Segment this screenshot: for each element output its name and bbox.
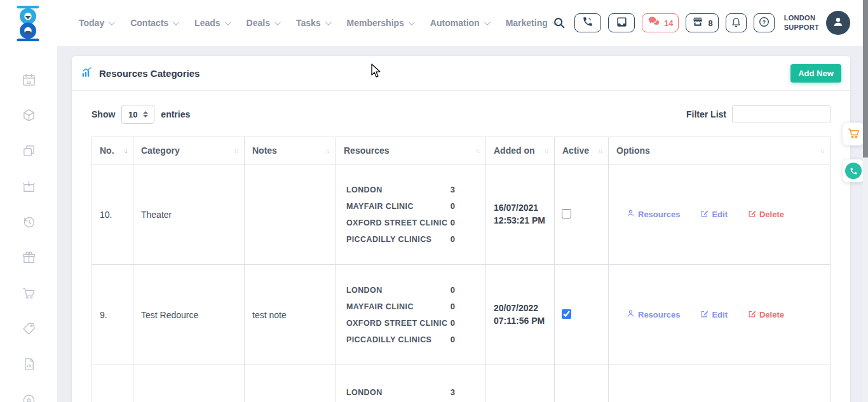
col-header-no[interactable]: No.↑↓ bbox=[92, 137, 133, 164]
floating-phone-button[interactable] bbox=[843, 159, 864, 182]
col-label: No. bbox=[100, 145, 114, 156]
filter-input[interactable] bbox=[732, 105, 831, 123]
cell-options: Resources Edit Delete bbox=[609, 164, 831, 265]
entries-label: entries bbox=[161, 109, 190, 119]
store-button[interactable]: 8 bbox=[686, 13, 718, 32]
nav-item-tasks[interactable]: Tasks bbox=[296, 18, 330, 28]
store-count-badge: 8 bbox=[708, 18, 712, 28]
resources-link[interactable]: Resources bbox=[627, 309, 680, 320]
table-header-row: No.↑↓ Category↑↓ Notes↑↓ Resources↑↓ Add… bbox=[92, 137, 831, 164]
box-receive-icon[interactable] bbox=[22, 179, 36, 194]
delete-icon bbox=[748, 310, 756, 320]
phone-teal-icon bbox=[845, 163, 862, 179]
support-label: LONDON SUPPORT bbox=[784, 13, 819, 32]
delete-link[interactable]: Delete bbox=[748, 310, 784, 320]
sort-icon: ↑↓ bbox=[475, 147, 479, 154]
resources-categories-card: Resources Categories Add New Show 10 ent… bbox=[72, 56, 850, 402]
page-title-text: Resources Categories bbox=[99, 68, 200, 79]
col-label: Category bbox=[141, 145, 180, 156]
history-icon[interactable] bbox=[22, 215, 36, 229]
nav-label: Memberships bbox=[347, 18, 404, 28]
resource-line: LONDON0 bbox=[346, 285, 455, 295]
nav-item-contacts[interactable]: Contacts bbox=[130, 18, 177, 28]
hourglass-logo-icon bbox=[14, 32, 42, 43]
notifications-button[interactable] bbox=[726, 13, 747, 32]
chevron-down-icon bbox=[325, 19, 332, 25]
chevron-down-icon bbox=[484, 19, 491, 25]
page-title: Resources Categories bbox=[81, 67, 200, 80]
filter-label: Filter List bbox=[686, 109, 726, 119]
delete-icon bbox=[748, 210, 756, 220]
card-header: Resources Categories Add New bbox=[72, 56, 850, 91]
nav-label: Marketing bbox=[506, 18, 548, 28]
col-header-notes[interactable]: Notes↑↓ bbox=[245, 137, 336, 164]
app-logo[interactable] bbox=[14, 6, 42, 41]
vertical-scrollbar[interactable] bbox=[863, 0, 868, 402]
col-label: Options bbox=[616, 145, 650, 156]
cart-orange-icon bbox=[847, 126, 860, 142]
price-tag-icon[interactable] bbox=[22, 321, 36, 336]
col-header-options[interactable]: Options↑↓ bbox=[609, 137, 831, 164]
resource-line: OXFORD STREET CLINIC0 bbox=[346, 218, 455, 227]
scrollbar-thumb[interactable] bbox=[863, 0, 868, 157]
col-label: Resources bbox=[344, 145, 390, 156]
cell-active bbox=[555, 365, 609, 402]
copy-icon[interactable] bbox=[22, 144, 36, 158]
page-size-select[interactable]: 10 bbox=[121, 105, 154, 124]
cell-added-on bbox=[486, 365, 555, 402]
sort-icon: ↑↓ bbox=[234, 147, 238, 154]
resources-link[interactable]: Resources bbox=[627, 209, 680, 220]
cell-options: Resources Edit Delete bbox=[609, 265, 831, 365]
nav-item-marketing[interactable]: Marketing bbox=[506, 18, 557, 28]
circle-partial-icon[interactable] bbox=[22, 392, 36, 402]
search-icon[interactable] bbox=[553, 17, 566, 29]
col-header-resources[interactable]: Resources↑↓ bbox=[336, 137, 486, 164]
svg-text:?: ? bbox=[763, 18, 766, 25]
question-icon: ? bbox=[758, 16, 770, 30]
svg-text:12: 12 bbox=[26, 80, 31, 84]
edit-link[interactable]: Edit bbox=[700, 210, 728, 220]
sort-icon: ↑↓ bbox=[544, 147, 548, 154]
show-label: Show bbox=[92, 109, 115, 119]
nav-item-today[interactable]: Today bbox=[79, 18, 113, 28]
nav-item-memberships[interactable]: Memberships bbox=[347, 18, 413, 28]
resources-categories-table: No.↑↓ Category↑↓ Notes↑↓ Resources↑↓ Add… bbox=[92, 137, 831, 402]
report-document-icon[interactable] bbox=[22, 357, 36, 372]
package-icon[interactable] bbox=[22, 108, 36, 123]
col-label: Active bbox=[562, 145, 589, 156]
chat-button[interactable]: 14 bbox=[642, 13, 679, 32]
edit-link[interactable]: Edit bbox=[700, 310, 728, 320]
nav-label: Today bbox=[79, 18, 104, 28]
chat-icon bbox=[648, 16, 660, 30]
page-size-value: 10 bbox=[128, 110, 137, 119]
floating-cart-button[interactable] bbox=[843, 123, 864, 145]
main-nav: Today Contacts Leads Deals Tasks Members… bbox=[79, 0, 594, 46]
nav-item-deals[interactable]: Deals bbox=[247, 18, 279, 28]
user-avatar[interactable] bbox=[826, 11, 850, 35]
col-header-category[interactable]: Category↑↓ bbox=[133, 137, 245, 164]
left-sidebar: 12 bbox=[0, 46, 57, 402]
active-checkbox[interactable] bbox=[562, 309, 571, 319]
cart-icon[interactable] bbox=[22, 286, 36, 300]
delete-link[interactable]: Delete bbox=[748, 210, 784, 220]
nav-item-leads[interactable]: Leads bbox=[194, 18, 229, 28]
resource-line: MAYFAIR CLINIC0 bbox=[346, 201, 455, 211]
chevron-down-icon bbox=[173, 19, 179, 25]
active-checkbox[interactable] bbox=[562, 209, 571, 218]
person-icon bbox=[627, 209, 635, 220]
nav-label: Leads bbox=[194, 18, 220, 28]
help-button[interactable]: ? bbox=[754, 13, 775, 32]
chat-count-badge: 14 bbox=[664, 18, 673, 28]
calendar-icon[interactable]: 12 bbox=[22, 72, 36, 87]
chevron-down-icon bbox=[109, 19, 115, 25]
edit-icon bbox=[700, 210, 709, 220]
inbox-button[interactable] bbox=[608, 13, 635, 32]
phone-button[interactable] bbox=[574, 13, 601, 32]
add-new-button[interactable]: Add New bbox=[790, 64, 841, 83]
cell-notes bbox=[245, 164, 336, 265]
cell-no bbox=[92, 365, 133, 402]
nav-item-automation[interactable]: Automation bbox=[430, 18, 489, 28]
col-header-added-on[interactable]: Added on↑↓ bbox=[486, 137, 555, 164]
col-header-active[interactable]: Active↑↓ bbox=[555, 137, 609, 164]
gift-icon[interactable] bbox=[22, 250, 36, 265]
